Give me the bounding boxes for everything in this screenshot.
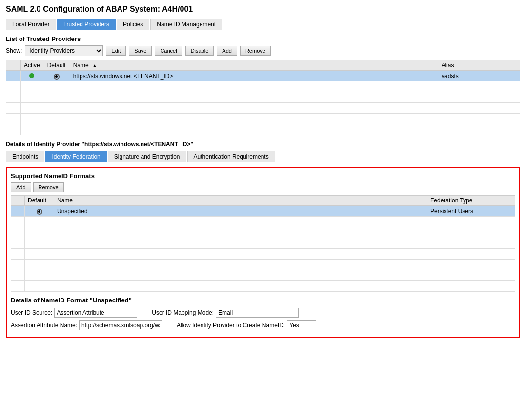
col-indicator-header2: [11, 196, 25, 206]
nameid-table-row[interactable]: [11, 217, 515, 227]
main-tab-bar: Local Provider Trusted Providers Policie…: [6, 19, 520, 30]
nameid-remove-button[interactable]: Remove: [33, 182, 64, 192]
table-row[interactable]: [6, 114, 520, 124]
nameid-default-cell: [25, 206, 54, 217]
nameid-table-row[interactable]: [11, 270, 515, 281]
nameid-table-row[interactable]: [11, 238, 515, 249]
nameid-format-details-header: Details of NameID Format "Unspecified": [11, 297, 515, 304]
nameid-name-cell: Unspecified: [54, 206, 427, 217]
tab-policies[interactable]: Policies: [117, 19, 149, 30]
alias-cell: aadsts: [438, 71, 520, 81]
tab-endpoints[interactable]: Endpoints: [6, 151, 44, 162]
nameid-table-row[interactable]: [11, 249, 515, 260]
user-id-source-label: User ID Source:: [11, 309, 52, 316]
col-default-header: Default: [43, 60, 70, 71]
save-button[interactable]: Save: [129, 46, 152, 56]
table-row[interactable]: [6, 103, 520, 114]
nameid-formats-header: Supported NameID Formats: [11, 172, 515, 180]
active-indicator-icon: [29, 73, 34, 78]
name-cell: https://sts.windows.net <TENANT_ID>: [70, 71, 438, 81]
col-default-header2: Default: [25, 196, 54, 206]
sort-arrow-icon: ▲: [92, 63, 97, 68]
default-radio-icon: [54, 74, 60, 80]
nameid-table-row[interactable]: [11, 281, 515, 292]
col-indicator-header: [6, 60, 21, 71]
user-id-mapping-mode-input[interactable]: [216, 308, 299, 318]
show-select[interactable]: Identity Providers Service Providers: [25, 45, 103, 56]
default-cell: [43, 71, 70, 81]
col-name-header2: Name: [54, 196, 427, 206]
remove-button[interactable]: Remove: [240, 46, 271, 56]
active-cell: [21, 71, 43, 81]
allow-create-nameid-group: Allow Identity Provider to Create NameID…: [177, 320, 316, 330]
detail-label: Details of Identity Provider "https://st…: [6, 141, 520, 148]
page-wrapper: SAML 2.0 Configuration of ABAP System: A…: [0, 0, 526, 420]
page-title: SAML 2.0 Configuration of ABAP System: A…: [6, 5, 520, 14]
cancel-button[interactable]: Cancel: [155, 46, 182, 56]
detail-section: Details of Identity Provider "https://st…: [6, 141, 520, 338]
nameid-format-details: Details of NameID Format "Unspecified" U…: [11, 297, 515, 330]
tab-trusted-providers[interactable]: Trusted Providers: [57, 19, 116, 30]
allow-create-nameid-label: Allow Identity Provider to Create NameID…: [177, 322, 285, 329]
tab-signature-encryption[interactable]: Signature and Encryption: [108, 151, 186, 162]
nameid-add-button[interactable]: Add: [11, 182, 31, 192]
tab-name-id-management[interactable]: Name ID Management: [150, 19, 222, 30]
tab-local-provider[interactable]: Local Provider: [6, 19, 56, 30]
table-row[interactable]: [6, 92, 520, 103]
tab-authentication-requirements[interactable]: Authentication Requirements: [187, 151, 275, 162]
col-alias-header: Alias: [438, 60, 520, 71]
assertion-attribute-name-group: Assertion Attribute Name:: [11, 320, 162, 330]
trusted-providers-header: List of Trusted Providers: [6, 35, 520, 42]
nameid-toolbar: Add Remove: [11, 182, 515, 192]
row-indicator-cell: [6, 71, 21, 81]
nameid-table-row[interactable]: [11, 260, 515, 270]
providers-table: Active Default Name ▲ Alias: [6, 60, 520, 135]
allow-create-nameid-input[interactable]: [287, 320, 316, 330]
nameid-federation-type-cell: Persistent Users: [427, 206, 515, 217]
add-button[interactable]: Add: [217, 46, 237, 56]
detail-tab-bar: Endpoints Identity Federation Signature …: [6, 151, 520, 162]
table-row[interactable]: https://sts.windows.net <TENANT_ID> aads…: [6, 71, 520, 81]
user-id-mapping-mode-label: User ID Mapping Mode:: [152, 309, 214, 316]
user-id-source-group: User ID Source:: [11, 308, 137, 318]
edit-button[interactable]: Edit: [106, 46, 126, 56]
col-name-header: Name ▲: [70, 60, 438, 71]
nameid-row-indicator: [11, 206, 25, 217]
table-row[interactable]: [6, 124, 520, 135]
col-federation-type-header: Federation Type: [427, 196, 515, 206]
trusted-providers-section: List of Trusted Providers Show: Identity…: [6, 35, 520, 135]
tab-identity-federation[interactable]: Identity Federation: [45, 151, 106, 162]
nameid-default-radio-icon: [37, 209, 42, 215]
assertion-attribute-name-input[interactable]: [79, 320, 162, 330]
show-label: Show:: [6, 47, 22, 54]
trusted-providers-toolbar: Show: Identity Providers Service Provide…: [6, 45, 520, 56]
assertion-attribute-name-label: Assertion Attribute Name:: [11, 322, 77, 329]
user-id-mapping-mode-group: User ID Mapping Mode:: [152, 308, 299, 318]
nameid-table: Default Name Federation Type Unspecified…: [11, 195, 515, 292]
identity-federation-content: Supported NameID Formats Add Remove Defa…: [6, 167, 520, 338]
table-row[interactable]: [6, 81, 520, 92]
disable-button[interactable]: Disable: [185, 46, 214, 56]
nameid-form-row1: User ID Source: User ID Mapping Mode:: [11, 308, 515, 318]
col-active-header: Active: [21, 60, 43, 71]
user-id-source-input[interactable]: [54, 308, 137, 318]
nameid-table-row[interactable]: Unspecified Persistent Users: [11, 206, 515, 217]
nameid-table-row[interactable]: [11, 227, 515, 238]
nameid-form-row2: Assertion Attribute Name: Allow Identity…: [11, 320, 515, 330]
